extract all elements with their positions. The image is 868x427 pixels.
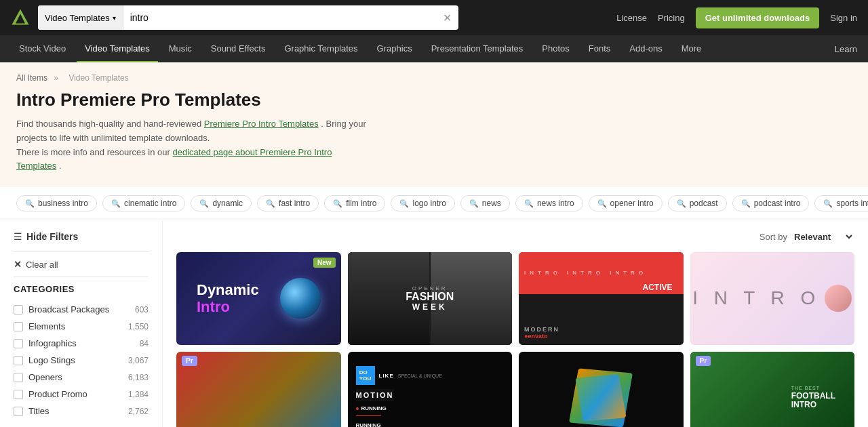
nav-learn[interactable]: Learn	[835, 44, 857, 54]
logo[interactable]	[11, 8, 30, 27]
nav-video-templates[interactable]: Video Templates	[77, 35, 158, 62]
sort-select[interactable]: Relevant Newest Best sellers Best rated	[791, 231, 854, 243]
category-count: 6,183	[128, 373, 149, 382]
category-checkbox[interactable]	[14, 322, 23, 331]
nav-more[interactable]: More	[673, 35, 710, 62]
category-logo-stings[interactable]: Logo Stings 3,067	[14, 352, 149, 369]
breadcrumb-current: Video Templates	[68, 73, 128, 83]
category-infographics[interactable]: Infographics 84	[14, 335, 149, 352]
premiere-pro-link[interactable]: Premiere Pro Intro Templates	[204, 119, 319, 129]
nav-graphics[interactable]: Graphics	[369, 35, 420, 62]
category-broadcast-packages[interactable]: Broadcast Packages 603	[14, 301, 149, 318]
ribbon-inner	[576, 374, 627, 422]
breadcrumb-separator: »	[54, 73, 58, 83]
pr-badge: Pr	[182, 356, 197, 366]
person-avatar	[825, 285, 852, 312]
template-card-fashion-week[interactable]: OPENER FASHION WEEK	[348, 252, 513, 344]
nav-music[interactable]: Music	[161, 35, 200, 62]
tag-podcast[interactable]: 🔍podcast	[668, 195, 727, 211]
category-elements[interactable]: Elements 1,550	[14, 318, 149, 335]
tag-news[interactable]: 🔍news	[460, 195, 510, 211]
card-title-text: DynamicIntro	[197, 282, 259, 314]
template-card-motion-running[interactable]: DOYOU LIKE SPECIAL & UNIQUE MOTION RUNNI…	[348, 352, 513, 427]
breadcrumb-all-items[interactable]: All Items	[16, 73, 47, 83]
tag-news-intro[interactable]: 🔍news intro	[515, 195, 583, 211]
new-badge: New	[313, 258, 336, 268]
week-label: WEEK	[406, 302, 454, 312]
card-sphere-decoration	[280, 278, 321, 319]
sort-bar: Sort by Relevant Newest Best sellers Bes…	[176, 231, 854, 243]
nav-presentation-templates[interactable]: Presentation Templates	[423, 35, 532, 62]
tag-film-intro[interactable]: 🔍film intro	[324, 195, 385, 211]
main-content: ☰ Hide Filters ✕ Clear all Categories Br…	[0, 220, 868, 427]
tag-fast-intro[interactable]: 🔍fast intro	[257, 195, 319, 211]
categories-divider	[14, 277, 149, 277]
license-link[interactable]: License	[616, 13, 647, 23]
template-card-football-intro[interactable]: THE BEST FOOTBALLINTRO Pr Football Intro…	[690, 352, 855, 427]
category-count: 1,550	[128, 322, 149, 331]
category-checkbox[interactable]	[14, 305, 23, 314]
category-checkbox[interactable]	[14, 390, 23, 399]
fashion-label: FASHION	[406, 291, 454, 302]
clear-all-button[interactable]: ✕ Clear all	[14, 259, 149, 270]
tag-business-intro[interactable]: 🔍business intro	[16, 195, 97, 211]
tag-logo-intro[interactable]: 🔍logo intro	[391, 195, 454, 211]
sign-in-link[interactable]: Sign in	[830, 13, 857, 23]
category-checkbox[interactable]	[14, 339, 23, 348]
clear-all-label: Clear all	[26, 260, 58, 270]
nav-fonts[interactable]: Fonts	[580, 35, 619, 62]
nav-photos[interactable]: Photos	[534, 35, 577, 62]
template-card-dynamic-intro[interactable]: DynamicIntro New	[176, 252, 341, 344]
nav-add-ons[interactable]: Add-ons	[621, 35, 670, 62]
sidebar: ☰ Hide Filters ✕ Clear all Categories Br…	[0, 220, 163, 427]
page-title: Intro Premiere Pro Templates	[16, 89, 852, 110]
nav-stock-video[interactable]: Stock Video	[11, 35, 74, 62]
category-checkbox[interactable]	[14, 373, 23, 382]
tag-cinematic-intro[interactable]: 🔍cinematic intro	[102, 195, 185, 211]
template-card-landscape[interactable]: 4K Pr NEW	[176, 352, 341, 427]
nav-graphic-templates[interactable]: Graphic Templates	[276, 35, 366, 62]
unlimited-downloads-button[interactable]: Get unlimited downloads	[696, 7, 820, 28]
search-clear-button[interactable]: ✕	[436, 12, 458, 24]
intro-repeat-label: INTRO INTRO INTRO	[524, 270, 647, 276]
special-unique-label: SPECIAL & UNIQUE	[398, 373, 442, 378]
chevron-down-icon: ▾	[113, 14, 116, 22]
tag-sports-intro[interactable]: 🔍sports intro	[814, 195, 868, 211]
search-input[interactable]	[123, 5, 436, 30]
search-category-dropdown[interactable]: Video Templates ▾	[38, 5, 123, 30]
sort-by-label: Sort by	[760, 232, 787, 242]
search-category-label: Video Templates	[45, 13, 110, 23]
dot-icon	[356, 407, 359, 410]
header: Video Templates ▾ ✕ License Pricing Get …	[0, 0, 868, 35]
grid-area: Sort by Relevant Newest Best sellers Bes…	[163, 220, 868, 427]
category-titles[interactable]: Titles 2,762	[14, 403, 149, 420]
running-label: RUNNING	[361, 405, 387, 411]
filter-toggle[interactable]: ☰ Hide Filters	[14, 231, 149, 242]
template-card-pink-intro[interactable]: I N T R O	[690, 252, 855, 344]
category-product-promo[interactable]: Product Promo 1,384	[14, 386, 149, 403]
page-header: All Items » Video Templates Intro Premie…	[0, 62, 868, 187]
category-label: Logo Stings	[28, 355, 123, 365]
category-label: Titles	[28, 406, 123, 416]
category-label: Broadcast Packages	[28, 304, 130, 314]
page-description: Find thousands high-quality and hand-rev…	[16, 117, 369, 174]
template-grid: DynamicIntro New OPENER FASHION WEEK	[176, 252, 854, 427]
category-label: Product Promo	[28, 389, 123, 399]
pr-badge-football: Pr	[696, 356, 711, 366]
tag-dynamic[interactable]: 🔍dynamic	[191, 195, 252, 211]
template-card-modern-active[interactable]: INTRO INTRO INTRO ACTIVE MODERN ●envato	[519, 252, 684, 344]
tag-podcast-intro[interactable]: 🔍podcast intro	[732, 195, 810, 211]
template-card-ribbon[interactable]	[519, 352, 684, 427]
category-label: Infographics	[28, 338, 134, 348]
tag-opener-intro[interactable]: 🔍opener intro	[589, 195, 663, 211]
close-icon: ✕	[14, 259, 22, 270]
category-checkbox[interactable]	[14, 407, 23, 416]
category-count: 1,384	[128, 390, 149, 399]
nav-sound-effects[interactable]: Sound Effects	[203, 35, 274, 62]
category-openers[interactable]: Openers 6,183	[14, 369, 149, 386]
breadcrumb: All Items » Video Templates	[16, 73, 852, 83]
category-checkbox[interactable]	[14, 356, 23, 365]
category-label: Elements	[28, 321, 123, 331]
pricing-link[interactable]: Pricing	[658, 13, 685, 23]
do-you-like-row: DOYOU LIKE SPECIAL & UNIQUE	[356, 366, 442, 385]
